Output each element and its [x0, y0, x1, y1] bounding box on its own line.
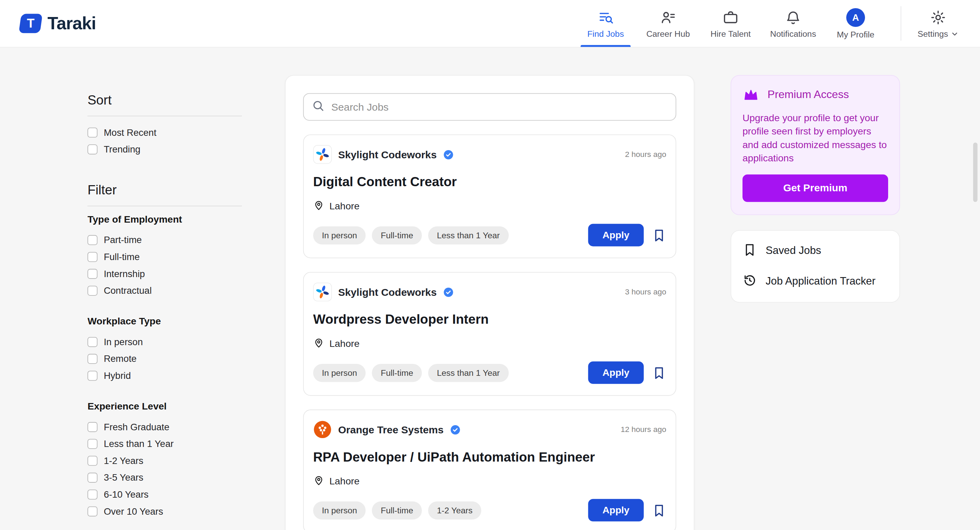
taraki-logo-icon: T [19, 14, 43, 33]
gear-icon [930, 8, 946, 26]
job-tag: Full-time [372, 364, 422, 382]
brand-logo[interactable]: T Taraki [20, 0, 96, 47]
filter-option[interactable]: 3-5 Years [88, 469, 242, 486]
filter-option[interactable]: 6-10 Years [88, 486, 242, 503]
nav-find-jobs[interactable]: Find Jobs [574, 0, 637, 47]
scrollbar-thumb[interactable] [973, 143, 978, 202]
posted-time: 2 hours ago [625, 150, 666, 159]
filter-option[interactable]: Over 10 Years [88, 503, 242, 520]
filter-option[interactable]: Fresh Graduate [88, 419, 242, 435]
job-application-tracker-label: Job Application Tracker [765, 275, 875, 288]
filter-option-label: Most Recent [104, 127, 156, 137]
filter-option[interactable]: Part-time [88, 231, 242, 248]
location-pin-icon [313, 337, 324, 351]
verified-badge-icon [450, 424, 460, 435]
verified-badge-icon [443, 149, 453, 160]
checkbox[interactable] [88, 489, 97, 499]
job-tag: In person [313, 501, 366, 519]
bookmark-icon[interactable] [652, 503, 666, 517]
nav-hire-talent-label: Hire Talent [711, 29, 751, 38]
bookmark-icon[interactable] [652, 366, 666, 380]
divider [88, 205, 242, 206]
apply-button[interactable]: Apply [588, 224, 644, 247]
job-tag: Full-time [372, 226, 422, 244]
job-application-tracker-link[interactable]: Job Application Tracker [743, 273, 888, 290]
skylight-spark-logo-icon [313, 145, 332, 164]
premium-card: Premium Access Upgrade your profile to g… [730, 75, 900, 215]
checkbox[interactable] [88, 506, 97, 516]
job-feed: Skylight Codeworks 2 hours ago Digital C… [285, 48, 695, 530]
filter-group-title: Workplace Type [88, 316, 242, 327]
filter-option-label: Internship [104, 268, 145, 279]
job-card: Skylight Codeworks 3 hours ago Wordpress… [303, 272, 676, 396]
job-card: Orange Tree Systems 12 hours ago RPA Dev… [303, 409, 676, 530]
search-box[interactable] [303, 93, 676, 121]
checkbox[interactable] [88, 235, 97, 245]
filter-option-label: Full-time [104, 251, 140, 262]
filter-option[interactable]: In person [88, 333, 242, 350]
checkbox[interactable] [88, 269, 97, 279]
checkbox[interactable] [88, 127, 97, 137]
sort-options: Most RecentTrending [88, 124, 242, 158]
filter-option[interactable]: Hybrid [88, 367, 242, 384]
filter-option-label: 1-2 Years [104, 455, 143, 466]
checkbox[interactable] [88, 438, 97, 448]
filter-option-label: Over 10 Years [104, 506, 163, 516]
job-tags: In personFull-timeLess than 1 Year [313, 364, 508, 382]
job-title: Wordpress Developer Intern [313, 312, 666, 327]
apply-button[interactable]: Apply [588, 499, 644, 522]
location-pin-icon [313, 199, 324, 213]
checkbox[interactable] [88, 337, 97, 347]
nav-career-hub[interactable]: Career Hub [637, 0, 700, 47]
search-input[interactable] [331, 101, 667, 113]
nav-career-hub-label: Career Hub [646, 29, 690, 38]
job-location: Lahore [329, 476, 360, 487]
apply-button[interactable]: Apply [588, 361, 644, 384]
verified-badge-icon [443, 286, 453, 297]
job-tag: In person [313, 364, 366, 382]
filter-option-label: Trending [104, 144, 140, 154]
filter-option[interactable]: Full-time [88, 248, 242, 265]
nav-my-profile-label: My Profile [837, 30, 874, 39]
filter-group-title: Experience Level [88, 401, 242, 412]
get-premium-button[interactable]: Get Premium [743, 174, 888, 202]
checkbox[interactable] [88, 285, 97, 295]
chevron-down-icon [950, 30, 959, 38]
page-body: Sort Most RecentTrending Filter Type of … [0, 48, 980, 530]
filter-option[interactable]: Contractual [88, 282, 242, 299]
filter-option[interactable]: Less than 1 Year [88, 435, 242, 452]
checkbox[interactable] [88, 422, 97, 431]
nav-notifications[interactable]: Notifications [762, 0, 824, 47]
checkbox[interactable] [88, 455, 97, 465]
filter-heading: Filter [88, 183, 242, 197]
checkbox[interactable] [88, 473, 97, 482]
nav-hire-talent[interactable]: Hire Talent [699, 0, 762, 47]
crown-icon [743, 86, 759, 103]
hire-talent-icon [722, 8, 739, 26]
filter-option[interactable]: Internship [88, 265, 242, 282]
primary-nav: Find Jobs Career Hub Hire Talent Notific… [574, 0, 963, 47]
search-icon [312, 99, 325, 115]
checkbox[interactable] [88, 144, 97, 154]
filter-option[interactable]: Remote [88, 350, 242, 367]
filter-option[interactable]: Most Recent [88, 124, 242, 141]
sort-heading: Sort [88, 92, 242, 108]
checkbox[interactable] [88, 251, 97, 261]
bookmark-icon[interactable] [652, 228, 666, 242]
nav-my-profile[interactable]: A My Profile [824, 0, 887, 47]
filter-option-label: 3-5 Years [104, 472, 143, 483]
nav-settings[interactable]: Settings [914, 0, 962, 47]
filter-option-label: Hybrid [104, 370, 131, 380]
filter-option[interactable]: Trending [88, 140, 242, 158]
job-tag: 1-2 Years [428, 501, 481, 519]
checkbox[interactable] [88, 370, 97, 380]
job-tag: Full-time [372, 501, 422, 519]
find-jobs-icon [598, 8, 614, 26]
checkbox[interactable] [88, 354, 97, 364]
career-hub-icon [660, 8, 676, 26]
job-tags: In personFull-timeLess than 1 Year [313, 226, 508, 244]
filter-option-label: Fresh Graduate [104, 422, 169, 432]
filter-option[interactable]: 1-2 Years [88, 452, 242, 469]
job-list: Skylight Codeworks 2 hours ago Digital C… [303, 134, 676, 530]
saved-jobs-link[interactable]: Saved Jobs [743, 242, 888, 259]
